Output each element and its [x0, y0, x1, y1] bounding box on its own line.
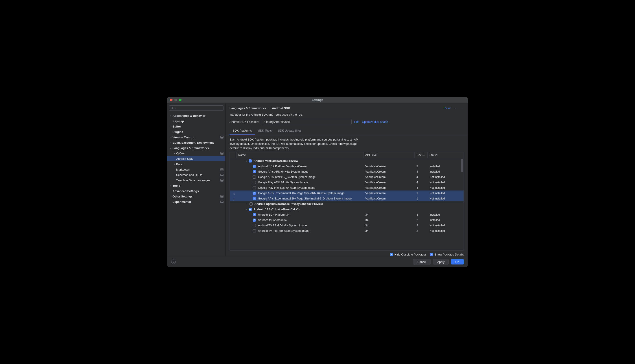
checkbox[interactable] — [253, 197, 256, 200]
table-row[interactable]: ⌄Android 14.0 ("UpsideDownCake") — [230, 207, 464, 212]
sidebar-item[interactable]: ›C/C++ — [167, 150, 225, 156]
sidebar-item-label: Keymap — [173, 120, 223, 123]
checkbox[interactable] — [253, 170, 256, 173]
sidebar-item[interactable]: ›Appearance & Behavior — [167, 113, 225, 118]
expand-icon[interactable]: › — [245, 202, 249, 205]
col-name[interactable]: Name — [236, 152, 364, 158]
checkbox[interactable] — [253, 192, 256, 195]
settings-tree: ›Appearance & BehaviorKeymap›EditorPlugi… — [167, 112, 225, 256]
sidebar-item[interactable]: Android SDK — [167, 156, 225, 162]
reset-link[interactable]: Reset — [444, 106, 451, 110]
sidebar-item[interactable]: Experimental — [167, 199, 225, 204]
hide-obsolete-checkbox[interactable]: Hide Obsolete Packages — [390, 253, 427, 256]
checkbox[interactable] — [253, 218, 256, 222]
table-options: Hide Obsolete Packages Show Package Deta… — [225, 250, 468, 256]
package-name: Google APIs Experimental 16k Page Size I… — [258, 197, 352, 200]
breadcrumb-current: Android SDK — [272, 106, 290, 110]
sidebar-item[interactable]: Template Data Languages — [167, 178, 225, 183]
install-status: Installed — [428, 165, 464, 168]
checkbox[interactable] — [249, 208, 252, 211]
ok-button[interactable]: OK — [451, 259, 464, 264]
tab-description: Each Android SDK Platform package includ… — [225, 136, 369, 152]
table-row[interactable]: Android SDK Platform VanillaIceCreamVani… — [230, 164, 464, 169]
dropdown-sep-icon: ▾ — [174, 106, 176, 110]
sidebar-item[interactable]: Advanced Settings — [167, 188, 225, 194]
tab-sdk-tools[interactable]: SDK Tools — [255, 128, 275, 135]
minimize-icon[interactable] — [174, 98, 177, 101]
install-status: Not installed — [428, 192, 464, 195]
checkbox[interactable] — [249, 202, 253, 206]
revision: 3 — [415, 165, 428, 168]
chevron-right-icon: › — [268, 106, 269, 110]
table-row[interactable]: ›Android UpsideDownCakePrivacySandbox Pr… — [230, 201, 464, 207]
checkbox[interactable] — [253, 213, 256, 216]
expand-icon[interactable]: ⌄ — [245, 160, 248, 162]
checkbox[interactable] — [253, 165, 256, 168]
sidebar-item[interactable]: ›Other Settings — [167, 194, 225, 199]
sidebar-item-label: Markdown — [176, 168, 220, 171]
table-row[interactable]: ⌄Android VanillaIceCream Preview — [230, 158, 464, 164]
sidebar-item[interactable]: ›Kotlin — [167, 162, 225, 167]
sidebar-item[interactable]: Keymap — [167, 118, 225, 124]
install-status: Not installed — [428, 229, 464, 232]
scrollbar-thumb[interactable] — [461, 159, 463, 172]
col-status[interactable]: Status — [428, 152, 464, 158]
checkbox[interactable] — [253, 176, 256, 179]
chevron-icon: › — [173, 174, 176, 176]
table-row[interactable]: Android TV Intel x86 Atom System Image34… — [230, 228, 464, 234]
checkbox[interactable] — [253, 181, 256, 184]
show-details-checkbox[interactable]: Show Package Details — [430, 253, 464, 256]
table-header: Name API Level Revi… Status — [230, 152, 464, 158]
apply-button[interactable]: Apply — [433, 259, 449, 264]
breadcrumb: Languages & Frameworks › Android SDK — [229, 106, 290, 110]
install-status: Installed — [428, 213, 464, 216]
zoom-icon[interactable] — [179, 98, 182, 101]
col-api-level[interactable]: API Level — [364, 152, 415, 158]
package-name: Google APIs ARM 64 v8a System Image — [258, 170, 308, 173]
module-badge-icon — [220, 174, 223, 176]
table-row[interactable]: Android TV ARM 64 v8a System Image342Not… — [230, 223, 464, 228]
table-row[interactable]: ⭳Google APIs Experimental 16k Page Size … — [230, 196, 464, 201]
sdk-location-input[interactable]: /Library/Android/sdk — [262, 119, 352, 124]
sidebar-item[interactable]: ⌄Languages & Frameworks — [167, 145, 225, 150]
sidebar-item[interactable]: Plugins — [167, 129, 225, 134]
table-row[interactable]: Android SDK Platform 34343Installed — [230, 212, 464, 218]
edit-link[interactable]: Edit — [354, 120, 359, 124]
table-body: ⌄Android VanillaIceCream PreviewAndroid … — [230, 158, 464, 250]
sidebar-item[interactable]: Markdown — [167, 167, 225, 172]
checkbox[interactable] — [253, 229, 256, 232]
module-badge-icon — [220, 136, 223, 138]
col-revision[interactable]: Revi… — [415, 152, 428, 158]
nav-forward-icon[interactable]: → — [461, 106, 464, 110]
expand-icon[interactable]: ⌄ — [245, 208, 248, 210]
tab-sdk-update-sites[interactable]: SDK Update Sites — [275, 128, 305, 135]
cancel-button[interactable]: Cancel — [413, 259, 431, 264]
api-level: 34 — [364, 213, 415, 216]
sidebar-item-label: Android SDK — [176, 157, 223, 160]
sidebar-item[interactable]: ›Editor — [167, 124, 225, 129]
table-row[interactable]: Google APIs Intel x86_64 Atom System Ima… — [230, 174, 464, 180]
optimize-link[interactable]: Optimize disk space — [362, 120, 388, 124]
checkbox[interactable] — [253, 224, 256, 227]
sidebar-item[interactable]: ›Version Control — [167, 134, 225, 140]
module-badge-icon — [220, 179, 223, 182]
package-name: Google Play ARM 64 v8a System Image — [258, 181, 308, 184]
nav-back-icon[interactable]: ← — [454, 106, 458, 110]
revision: 4 — [415, 186, 428, 190]
search-input[interactable]: ▾ — [169, 105, 223, 111]
close-icon[interactable] — [170, 98, 173, 101]
tab-sdk-platforms[interactable]: SDK Platforms — [229, 128, 255, 135]
table-row[interactable]: Sources for Android 34342Installed — [230, 218, 464, 223]
checkbox[interactable] — [253, 186, 256, 190]
sidebar-item[interactable]: ›Schemas and DTDs — [167, 172, 225, 178]
sidebar-item[interactable]: ›Tools — [167, 183, 225, 188]
sidebar-item-label: Schemas and DTDs — [176, 173, 220, 176]
sidebar-item[interactable]: ›Build, Execution, Deployment — [167, 140, 225, 145]
table-row[interactable]: Google Play ARM 64 v8a System ImageVanil… — [230, 180, 464, 185]
help-button[interactable]: ? — [171, 260, 176, 264]
checkbox[interactable] — [249, 159, 252, 162]
table-row[interactable]: Google Play Intel x86_64 Atom System Ima… — [230, 185, 464, 190]
table-row[interactable]: ⭳Google APIs Experimental 16k Page Size … — [230, 190, 464, 196]
table-row[interactable]: Google APIs ARM 64 v8a System ImageVanil… — [230, 169, 464, 174]
install-status: Not installed — [428, 224, 464, 227]
